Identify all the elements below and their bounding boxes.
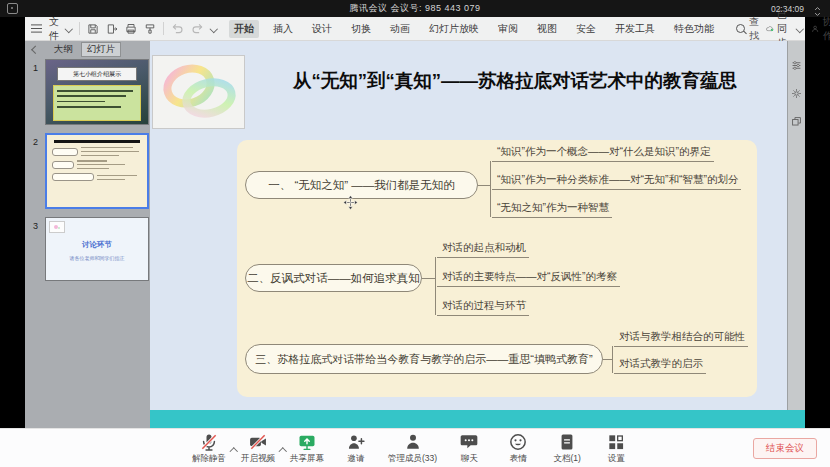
text-line bbox=[57, 101, 105, 103]
tab-features[interactable]: 特色功能 bbox=[669, 20, 719, 38]
shared-screen-area: 文件 开始 插入 bbox=[0, 17, 830, 428]
format-painter-icon[interactable] bbox=[144, 23, 156, 35]
branch3-node[interactable]: 三、苏格拉底式对话带给当今教育与教学的启示——重思“填鸭式教育” bbox=[245, 344, 603, 374]
screen: 腾讯会议 会议号: 985 443 079 02:34:09 文件 bbox=[0, 0, 830, 467]
file-menu[interactable]: 文件 bbox=[49, 15, 59, 43]
slide-canvas[interactable]: 从“无知”到“真知”——苏格拉底对话艺术中的教育蕴思 一、 “无知之知” ——我… bbox=[150, 41, 787, 410]
chat-icon bbox=[459, 432, 479, 452]
chat-button[interactable]: 聊天 bbox=[452, 432, 486, 465]
slide1-content-box bbox=[53, 85, 141, 121]
manage-members-button[interactable]: 管理成员(33) bbox=[388, 432, 437, 465]
tab-slideshow[interactable]: 幻灯片放映 bbox=[424, 20, 484, 38]
tab-design[interactable]: 设计 bbox=[307, 20, 337, 38]
branch3-child1[interactable]: 对话与教学相结合的可能性 bbox=[614, 330, 748, 347]
docs-button[interactable]: 文档(1) bbox=[550, 432, 584, 465]
meeting-control-bar: 解除静音 开启视频 共享屏幕 bbox=[0, 428, 830, 467]
wps-toolbar: 文件 开始 插入 bbox=[25, 17, 805, 41]
connector-line bbox=[435, 257, 436, 315]
slide-thumbnail-panel: 大纲 幻灯片 1 第七小组介绍展示 2 bbox=[25, 41, 150, 428]
export-icon[interactable] bbox=[106, 23, 118, 35]
branch2-child1[interactable]: 对话的起点和动机 bbox=[437, 241, 529, 258]
selection-pane-icon[interactable] bbox=[791, 113, 802, 131]
wps-status-bar bbox=[150, 410, 805, 428]
branch2-node[interactable]: 二、反讽式对话——如何追求真知 bbox=[245, 264, 422, 292]
slide3-number: 3 bbox=[33, 221, 38, 231]
cloud-sync-icon bbox=[766, 23, 774, 34]
mic-options-caret[interactable] bbox=[231, 440, 237, 458]
connector-line bbox=[603, 359, 612, 360]
hamburger-menu-icon[interactable] bbox=[31, 28, 42, 30]
school-logo bbox=[152, 55, 245, 129]
slide-title: 从“无知”到“真知”——苏格拉底对话艺术中的教育蕴思 bbox=[246, 68, 784, 93]
mini-title-bar bbox=[54, 140, 140, 143]
tab-view[interactable]: 视图 bbox=[532, 20, 562, 38]
tab-animation[interactable]: 动画 bbox=[385, 20, 415, 38]
slide1-title: 第七小组介绍展示 bbox=[57, 67, 137, 81]
branch1-child3[interactable]: “无知之知”作为一种智慧 bbox=[492, 201, 612, 218]
share-screen-icon bbox=[297, 432, 317, 452]
control-buttons: 解除静音 开启视频 共享屏幕 bbox=[192, 432, 633, 465]
slide2-number: 2 bbox=[33, 137, 38, 147]
slide2-thumbnail-selected[interactable] bbox=[45, 133, 149, 209]
connector-line bbox=[490, 161, 491, 217]
slide3-thumbnail[interactable]: 讨论环节 请各位老师和同学们指正 bbox=[45, 217, 149, 281]
branch2-child3[interactable]: 对话的过程与环节 bbox=[437, 299, 529, 316]
divider bbox=[79, 22, 80, 35]
branch1-child1[interactable]: “知识”作为一个概念——对“什么是知识”的界定 bbox=[492, 145, 714, 162]
mini-branch bbox=[52, 173, 147, 181]
branch1-child2[interactable]: “知识”作为一种分类标准——对“无知”和“智慧”的划分 bbox=[492, 173, 741, 190]
connector-line bbox=[612, 346, 613, 373]
collapse-panel-icon[interactable] bbox=[32, 46, 40, 54]
slide1-number: 1 bbox=[33, 63, 38, 73]
start-video-button[interactable]: 开启视频 bbox=[241, 432, 275, 465]
settings-grid-icon bbox=[606, 432, 626, 452]
tab-devtools[interactable]: 开发工具 bbox=[610, 20, 660, 38]
person-icon bbox=[811, 23, 819, 35]
members-icon bbox=[403, 432, 423, 452]
wps-right-sidebar bbox=[787, 41, 805, 410]
tab-transition[interactable]: 切换 bbox=[346, 20, 376, 38]
slide3-subtitle: 请各位老师和同学们指正 bbox=[46, 255, 148, 261]
video-options-caret[interactable] bbox=[280, 440, 286, 458]
find-button[interactable]: 查找 bbox=[736, 15, 759, 43]
settings-button[interactable]: 设置 bbox=[599, 432, 633, 465]
redo-icon[interactable] bbox=[191, 22, 204, 35]
slide1-thumbnail[interactable]: 第七小组介绍展示 bbox=[45, 59, 149, 125]
branch3-child2[interactable]: 对话式教学的启示 bbox=[614, 357, 706, 374]
slide3-title: 讨论环节 bbox=[46, 240, 148, 250]
camera-off-icon bbox=[248, 432, 268, 452]
branch2-child2[interactable]: 对话的主要特点——对“反讽性”的考察 bbox=[437, 270, 620, 287]
animation-pane-icon[interactable] bbox=[791, 57, 802, 75]
tab-review[interactable]: 审阅 bbox=[493, 20, 523, 38]
mini-branch bbox=[52, 160, 147, 169]
connector-line bbox=[422, 278, 435, 279]
branch1-node[interactable]: 一、 “无知之知” ——我们都是无知的 bbox=[245, 171, 478, 199]
text-line bbox=[57, 95, 126, 97]
search-icon bbox=[736, 24, 745, 33]
emoji-icon bbox=[508, 432, 528, 452]
end-meeting-button[interactable]: 结束会议 bbox=[753, 438, 817, 459]
tab-home[interactable]: 开始 bbox=[229, 20, 259, 38]
emoji-button[interactable]: 表情 bbox=[501, 432, 535, 465]
collab-button[interactable]: 协作 bbox=[811, 15, 830, 43]
document-icon bbox=[557, 432, 577, 452]
tab-insert[interactable]: 插入 bbox=[268, 20, 298, 38]
mic-muted-icon bbox=[199, 432, 219, 452]
text-line bbox=[57, 90, 133, 92]
invite-button[interactable]: 邀请 bbox=[339, 432, 373, 465]
tab-slides[interactable]: 幻灯片 bbox=[81, 42, 122, 57]
mini-logo bbox=[49, 221, 65, 233]
save-icon[interactable] bbox=[87, 23, 99, 35]
unmute-button[interactable]: 解除静音 bbox=[192, 432, 226, 465]
print-icon[interactable] bbox=[125, 23, 137, 35]
tab-outline[interactable]: 大纲 bbox=[54, 43, 73, 56]
properties-gear-icon[interactable] bbox=[791, 85, 802, 103]
toolbar-more-chevron-icon[interactable] bbox=[209, 25, 217, 33]
undo-icon[interactable] bbox=[171, 22, 184, 35]
mouse-move-cursor bbox=[343, 195, 358, 214]
file-menu-chevron-icon[interactable] bbox=[65, 25, 73, 33]
mini-branch bbox=[52, 147, 147, 156]
tab-security[interactable]: 安全 bbox=[571, 20, 601, 38]
share-screen-button[interactable]: 共享屏幕 bbox=[290, 432, 324, 465]
divider bbox=[163, 22, 164, 35]
